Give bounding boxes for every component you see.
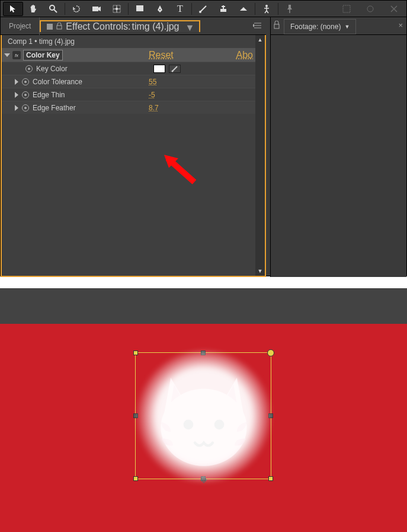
panel-tabs: Project Effect Controls: timg (4).jpg ▼ (1, 17, 266, 35)
rotate-tool[interactable] (66, 2, 86, 16)
effect-header[interactable]: fx Color Key Reset Abo (2, 49, 265, 62)
prop-edge-thin: Edge Thin -5 (2, 88, 265, 101)
footage-tab-label: Footage: (none) (290, 23, 341, 31)
prop-color-tolerance: Color Tolerance 55 (2, 75, 265, 88)
puppet-tool[interactable] (257, 2, 277, 16)
camera-tool[interactable] (86, 2, 107, 16)
prop-value[interactable]: 55 (149, 78, 156, 86)
workspace-icon-2[interactable] (360, 2, 380, 16)
prop-value[interactable]: -5 (149, 91, 155, 99)
svg-rect-11 (220, 9, 226, 12)
prop-label: Edge Feather (33, 104, 116, 112)
tab-project-label: Project (9, 22, 31, 30)
disclosure-triangle-icon[interactable] (15, 79, 18, 85)
effect-controls-body: Comp 1 • timg (4).jpg fx Color Key Reset… (1, 35, 266, 277)
clone-tool[interactable] (213, 2, 233, 16)
pin-tool[interactable] (280, 2, 300, 16)
scroll-down-icon[interactable]: ▼ (255, 266, 265, 276)
footage-tab[interactable]: Footage: (none) ▼ (284, 19, 356, 34)
svg-line-18 (267, 11, 268, 13)
prop-label: Key Color (36, 65, 119, 73)
svg-rect-25 (57, 26, 62, 29)
svg-line-29 (172, 66, 177, 71)
prop-edge-feather: Edge Feather 8.7 (2, 101, 265, 114)
pen-tool[interactable] (150, 2, 170, 16)
lock-icon[interactable] (273, 21, 280, 31)
effect-controls-panel: T (0, 0, 407, 276)
transform-handle[interactable] (133, 476, 138, 481)
svg-point-30 (172, 70, 174, 72)
svg-line-1 (54, 9, 57, 12)
brush-tool[interactable] (193, 2, 213, 16)
type-tool[interactable]: T (170, 2, 190, 16)
eyedropper-icon[interactable] (169, 65, 181, 73)
disclosure-triangle-icon[interactable] (15, 105, 18, 111)
layer-image[interactable] (146, 361, 261, 472)
scrollbar[interactable]: ▲ ▼ (255, 35, 265, 276)
prop-label: Edge Thin (33, 91, 116, 99)
disclosure-triangle-icon[interactable] (4, 53, 10, 57)
stopwatch-icon[interactable] (22, 91, 29, 98)
svg-line-9 (200, 6, 206, 12)
lock-icon (56, 21, 62, 32)
prop-value-edge-feather[interactable]: 8.7 (149, 104, 159, 112)
color-swatch[interactable] (153, 65, 165, 73)
annotation-arrow (162, 152, 203, 190)
panel-menu-icon[interactable] (253, 21, 262, 31)
zoom-tool[interactable] (43, 2, 63, 16)
tab-ec-prefix: Effect Controls: (66, 21, 130, 32)
eraser-tool[interactable] (233, 2, 254, 16)
comp-viewport[interactable] (0, 324, 407, 532)
effect-name[interactable]: Color Key (23, 50, 63, 60)
selection-tool[interactable] (3, 2, 23, 16)
tab-project[interactable]: Project (1, 17, 40, 35)
scroll-up-icon[interactable]: ▲ (255, 35, 265, 44)
comp-path: Comp 1 • timg (4).jpg (2, 35, 265, 49)
svg-point-0 (50, 5, 55, 10)
fx-icon[interactable]: fx (12, 51, 21, 59)
reset-link[interactable]: Reset (149, 50, 174, 60)
stopwatch-icon[interactable] (22, 104, 29, 112)
transform-handle[interactable] (133, 351, 138, 355)
svg-rect-7 (136, 5, 143, 11)
layer-icon (47, 24, 53, 30)
svg-rect-2 (92, 7, 98, 11)
prop-label: Color Tolerance (33, 78, 116, 86)
svg-point-8 (159, 9, 161, 10)
rect-tool[interactable] (130, 2, 150, 16)
composition-preview (0, 288, 407, 532)
chevron-down-icon[interactable]: ▼ (185, 23, 193, 31)
rotation-handle[interactable] (267, 349, 274, 356)
anchor-tool[interactable] (107, 2, 127, 16)
hand-tool[interactable] (23, 2, 43, 16)
footage-panel: Footage: (none) ▼ × (270, 17, 406, 277)
svg-rect-20 (343, 5, 350, 12)
about-link[interactable]: Abo (236, 50, 253, 60)
svg-point-14 (265, 5, 268, 7)
stopwatch-icon[interactable] (22, 78, 29, 85)
comp-titlebar (0, 288, 407, 324)
tab-effect-controls[interactable]: Effect Controls: timg (4).jpg ▼ (40, 20, 200, 32)
tab-ec-file: timg (4).jpg (132, 21, 179, 32)
prop-key-color: Key Color (2, 62, 265, 75)
layer-bounding-box[interactable] (135, 352, 271, 479)
svg-rect-24 (274, 24, 279, 28)
close-icon[interactable]: × (398, 21, 403, 30)
workspace-icon-1[interactable] (337, 2, 357, 16)
workspace-icon-3[interactable] (384, 2, 404, 16)
svg-point-10 (199, 11, 201, 13)
disclosure-triangle-icon[interactable] (15, 92, 18, 98)
svg-point-21 (367, 6, 373, 12)
chevron-down-icon: ▼ (344, 24, 350, 30)
main-toolbar: T (1, 1, 406, 17)
transform-handle[interactable] (268, 476, 273, 481)
stopwatch-icon[interactable] (25, 65, 33, 72)
